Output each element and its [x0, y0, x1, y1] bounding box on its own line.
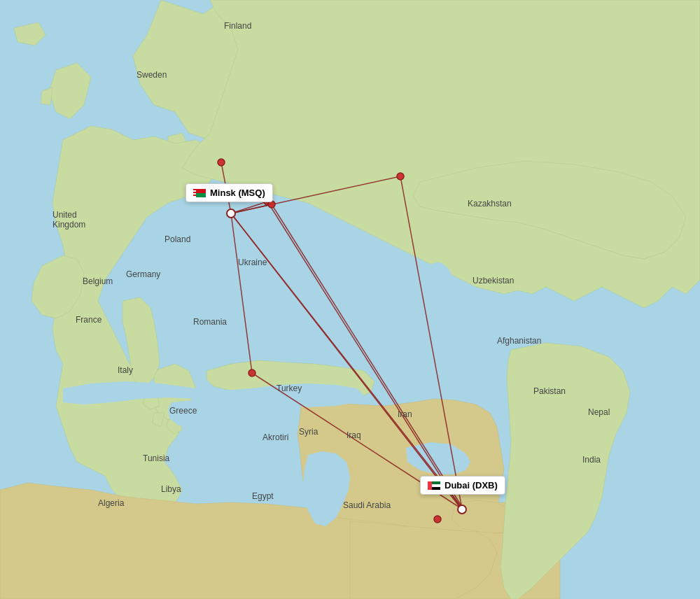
svg-point-19	[397, 173, 404, 180]
svg-point-16	[434, 516, 441, 523]
svg-point-15	[458, 505, 466, 514]
map-svg	[0, 0, 700, 599]
svg-point-18	[268, 201, 275, 208]
map-container: Finland Sweden Poland Germany Belgium Fr…	[0, 0, 700, 599]
svg-point-21	[248, 369, 255, 376]
svg-point-14	[227, 209, 235, 218]
svg-point-20	[218, 159, 225, 166]
